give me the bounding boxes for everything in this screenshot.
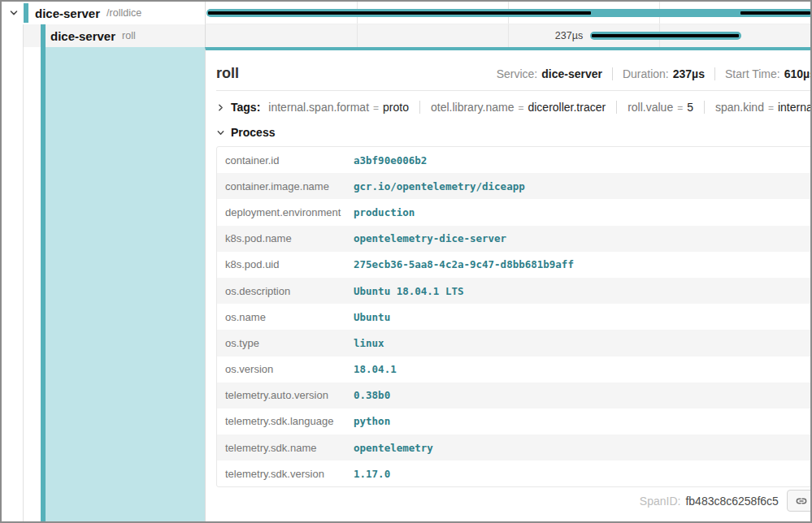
duration-label: Duration: (623, 67, 669, 80)
process-table-row: os.type linux (217, 330, 812, 356)
spanid-label: SpanID: (640, 495, 681, 508)
indent-column (24, 47, 41, 521)
span-row-rolldice[interactable]: dice-server /rolldice (2, 2, 810, 24)
tag-value: proto (383, 101, 409, 114)
process-key: os.version (217, 363, 354, 375)
tag-list: internal.span.format = proto otel.librar… (268, 101, 812, 114)
span-detail-footer: SpanID: fb483c8c6258f6c5 (206, 490, 812, 521)
process-heading: Process (231, 126, 275, 139)
service-name: dice-server (35, 6, 100, 20)
process-value: python (354, 415, 390, 427)
process-key: k8s.pod.uid (217, 258, 354, 270)
process-table-row: telemetry.auto.version 0.38b0 (217, 383, 812, 408)
process-value: 1.17.0 (354, 468, 390, 480)
indent-guide (2, 24, 24, 47)
process-table-row: telemetry.sdk.name opentelemetry (217, 434, 812, 460)
tag-equals: = (764, 102, 778, 114)
overview-service: Service: dice-server (497, 67, 602, 80)
start-time-label: Start Time: (725, 67, 780, 80)
copy-link-button[interactable] (787, 490, 812, 512)
process-value: 275ecb36-5aa8-4c2a-9c47-d8bb681b9aff (354, 258, 574, 270)
link-icon (795, 495, 808, 508)
trace-timeline: dice-server /rolldice dice-server roll (2, 2, 810, 47)
critical-path-segment (592, 34, 739, 37)
process-key: os.description (217, 285, 354, 297)
tag-value: 5 (687, 101, 693, 114)
jaeger-span-detail-view: dice-server /rolldice dice-server roll (0, 0, 812, 523)
tag-value: internal (778, 101, 812, 114)
process-table-row: k8s.pod.name opentelemetry-dice-server (217, 226, 812, 252)
critical-path-segment (208, 11, 591, 15)
process-value: a3bf90e006b2 (354, 154, 427, 166)
process-toggle[interactable]: Process (216, 126, 275, 139)
process-value: Ubuntu (354, 311, 390, 323)
span-name-cell-rolldice[interactable]: dice-server /rolldice (2, 2, 205, 24)
timeline-cell-roll[interactable]: 237µs (205, 24, 810, 47)
duration-value: 237µs (673, 67, 705, 80)
process-table-row: deployment.environment production (217, 199, 812, 225)
process-table-row: k8s.pod.uid 275ecb36-5aa8-4c2a-9c47-d8bb… (217, 252, 812, 278)
tag-equals: = (673, 102, 687, 114)
span-row-roll[interactable]: dice-server roll 237µs (2, 24, 810, 47)
detail-left-rail (2, 47, 205, 521)
service-value: dice-server (541, 67, 602, 80)
tag-key: otel.library.name (431, 101, 514, 114)
process-section-header: Process (206, 117, 812, 145)
service-color-bar (24, 3, 28, 23)
indent-column (2, 47, 24, 521)
tag-item: internal.span.format = proto (268, 101, 409, 114)
operation-name: roll (122, 30, 136, 41)
process-value: production (354, 206, 415, 218)
process-kv-table: container.id a3bf90e006b2 container.imag… (216, 146, 812, 487)
span-name-cell-roll[interactable]: dice-server roll (2, 24, 205, 47)
collapse-chevron-icon[interactable] (8, 7, 20, 19)
tags-section: Tags: internal.span.format = proto otel.… (206, 91, 812, 117)
process-value: 18.04.1 (354, 363, 397, 375)
span-duration-label: 237µs (206, 24, 583, 47)
process-key: deployment.environment (217, 206, 354, 218)
process-table-row: os.version 18.04.1 (217, 357, 812, 383)
tag-item: span.kind = internal (704, 101, 812, 114)
tag-equals: = (514, 102, 528, 114)
chevron-down-icon (216, 128, 225, 137)
overview-duration: Duration: 237µs (612, 67, 705, 80)
process-key: telemetry.sdk.language (217, 415, 354, 427)
spanid-value: fb483c8c6258f6c5 (685, 495, 778, 508)
service-label: Service: (497, 67, 538, 80)
process-key: telemetry.sdk.name (217, 442, 354, 454)
span-detail-panel: roll Service: dice-server Duration: 237µ… (205, 47, 812, 521)
tag-value: diceroller.tracer (528, 101, 606, 114)
process-key: container.id (217, 154, 354, 166)
tag-item: roll.value = 5 (616, 101, 693, 114)
process-key: telemetry.auto.version (217, 389, 354, 401)
process-key: k8s.pod.name (217, 232, 354, 244)
tags-heading: Tags: (231, 101, 260, 114)
operation-name: /rolldice (106, 7, 141, 19)
tags-toggle[interactable]: Tags: (216, 101, 260, 114)
process-value: gcr.io/opentelemetry/diceapp (354, 180, 525, 192)
service-name: dice-server (50, 29, 115, 43)
process-table-row: telemetry.sdk.version 1.17.0 (217, 460, 812, 486)
critical-path-segment (740, 11, 810, 15)
process-table-row: os.name Ubuntu (217, 304, 812, 330)
selected-span-highlight (46, 47, 205, 521)
tag-key: roll.value (627, 101, 673, 114)
process-value: linux (354, 337, 384, 349)
tag-item: otel.library.name = diceroller.tracer (419, 101, 606, 114)
timeline-cell-rolldice[interactable] (205, 2, 810, 24)
process-value: 0.38b0 (354, 389, 390, 401)
tag-key: internal.span.format (268, 101, 369, 114)
process-key: os.name (217, 311, 354, 323)
span-title: roll (216, 65, 239, 82)
process-table-row: os.description Ubuntu 18.04.1 LTS (217, 278, 812, 304)
service-color-bar (41, 24, 46, 47)
chevron-right-icon (216, 103, 225, 112)
process-key: os.type (217, 337, 354, 349)
process-value: Ubuntu 18.04.1 LTS (354, 285, 463, 297)
process-table-row: container.image.name gcr.io/opentelemetr… (217, 173, 812, 199)
process-value: opentelemetry-dice-server (354, 232, 506, 244)
process-table-row: telemetry.sdk.language python (217, 408, 812, 434)
process-key: container.image.name (217, 180, 354, 192)
span-overview: Service: dice-server Duration: 237µs Sta… (497, 67, 812, 80)
process-value: opentelemetry (354, 442, 433, 454)
